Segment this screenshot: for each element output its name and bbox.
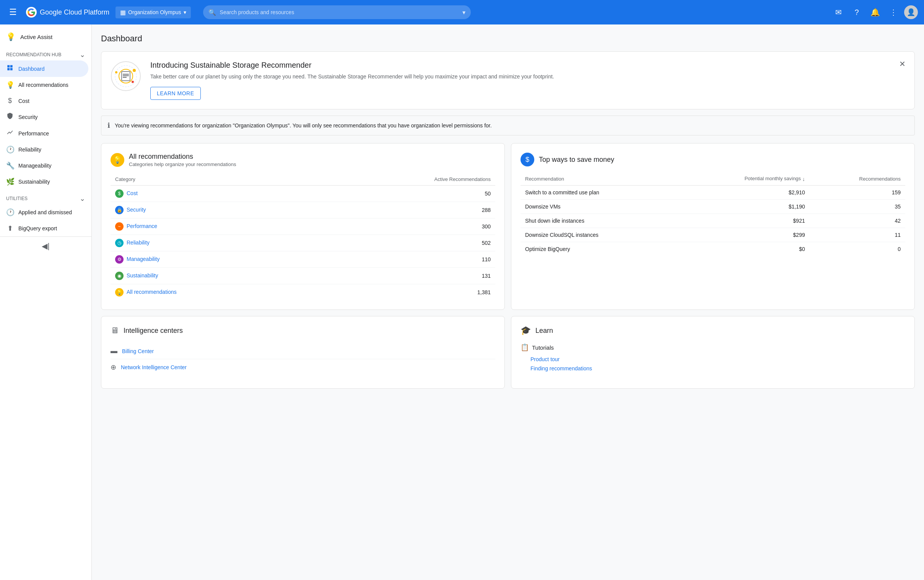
intel-item-label: Billing Center (122, 348, 154, 354)
sort-icon[interactable]: ↓ (802, 176, 805, 182)
svg-point-3 (115, 71, 117, 73)
sidebar-item-label: Dashboard (18, 66, 45, 72)
sidebar-item-performance[interactable]: Performance (0, 125, 88, 142)
savings-count: 159 (810, 185, 905, 199)
learn-more-button[interactable]: LEARN MORE (150, 87, 201, 100)
table-row[interactable]: Optimize BigQuery$00 (521, 242, 905, 256)
category-icon: 🔒 (115, 206, 123, 214)
savings-label: Downsize CloudSQL instances (521, 227, 678, 242)
search-container: 🔍 ▾ (203, 5, 471, 19)
sidebar-item-sustainability[interactable]: 🌿 Sustainability (0, 174, 88, 190)
search-input[interactable] (203, 5, 471, 19)
learn-section-title: 📋Tutorials (521, 343, 905, 352)
logo-icon (26, 7, 37, 18)
learn-title: 🎓 Learn (521, 326, 905, 336)
active-assist-icon: 💡 (6, 32, 16, 41)
hamburger-button[interactable]: ☰ (6, 4, 20, 20)
category-label: Manageability (127, 256, 159, 262)
sidebar-item-label: Manageability (18, 163, 51, 169)
category-label: Cost (127, 190, 138, 196)
banner-content: Introducing Sustainable Storage Recommen… (150, 61, 905, 100)
help-icon-button[interactable]: ? (849, 5, 864, 20)
category-label: Reliability (127, 239, 150, 246)
category-label: Security (127, 207, 146, 213)
more-options-button[interactable]: ⋮ (886, 5, 901, 20)
sidebar-item-cost[interactable]: $ Cost (0, 93, 88, 109)
savings-label: Optimize BigQuery (521, 242, 678, 256)
page-title: Dashboard (101, 34, 915, 44)
learn-section: 📋TutorialsProduct tourFinding recommenda… (521, 343, 905, 373)
category-icon: ◷ (115, 239, 123, 247)
recommendation-hub-chevron: ⌄ (79, 51, 85, 59)
sidebar-item-applied-dismissed[interactable]: 🕐 Applied and dismissed (0, 204, 88, 220)
intelligence-center-item[interactable]: ▬Billing Center (110, 343, 495, 359)
notifications-icon-button[interactable]: 🔔 (867, 5, 883, 20)
sidebar-item-label: Security (18, 114, 38, 120)
savings-label: Shut down idle instances (521, 214, 678, 227)
table-row[interactable]: Shut down idle instances$92142 (521, 214, 905, 227)
learn-sections: 📋TutorialsProduct tourFinding recommenda… (521, 343, 905, 373)
card-title: All recommendations (129, 153, 236, 161)
search-dropdown-icon[interactable]: ▾ (462, 9, 465, 16)
sidebar-item-security[interactable]: Security (0, 109, 88, 125)
category-label: Performance (127, 223, 157, 229)
sidebar-item-label: Applied and dismissed (18, 209, 72, 216)
sidebar-item-label: All recommendations (18, 82, 69, 88)
savings-label: Downsize VMs (521, 199, 678, 214)
learn-card: 🎓 Learn 📋TutorialsProduct tourFinding re… (511, 316, 915, 389)
col-active: Active Recommendations (310, 173, 495, 186)
sidebar-item-bigquery-export[interactable]: ⬆ BigQuery export (0, 220, 88, 236)
top-savings-card: $ Top ways to save money Recommendation … (511, 143, 915, 310)
utilities-section[interactable]: Utilities ⌄ (0, 190, 91, 204)
sidebar-active-assist: 💡 Active Assist (0, 25, 91, 46)
recommendations-table: Category Active Recommendations $Cost50🔒… (110, 173, 495, 300)
intelligence-center-item[interactable]: ⊕Network Intelligence Center (110, 359, 495, 375)
table-row[interactable]: 🔒Security288 (110, 202, 495, 218)
table-row[interactable]: ◷Reliability502 (110, 235, 495, 251)
savings-count: 35 (810, 199, 905, 214)
user-avatar[interactable]: 👤 (904, 5, 918, 19)
table-row[interactable]: 💡All recommendations1,381 (110, 284, 495, 301)
savings-table: Recommendation Potential monthly savings… (521, 173, 905, 256)
sidebar-item-reliability[interactable]: 🕐 Reliability (0, 142, 88, 158)
top-nav: ☰ Google Cloud Platform ▦ Organization O… (0, 0, 924, 25)
table-row[interactable]: ◉Sustainability131 (110, 268, 495, 284)
bottom-cards: 🖥 Intelligence centers ▬Billing Center⊕N… (101, 316, 915, 389)
table-row[interactable]: Downsize CloudSQL instances$29911 (521, 227, 905, 242)
sidebar-item-dashboard[interactable]: Dashboard (0, 61, 88, 77)
page-layout: 💡 Active Assist Recommendation Hub ⌄ Das… (0, 25, 924, 580)
org-selector[interactable]: ▦ Organization Olympus ▾ (115, 7, 191, 18)
main-content: Dashboard Introducing (92, 25, 924, 580)
table-row[interactable]: ~Performance300 (110, 218, 495, 235)
sidebar-collapse-button[interactable]: ◀| (0, 236, 91, 255)
category-icon: $ (115, 189, 123, 198)
dashboard-icon (6, 64, 14, 73)
banner-close-button[interactable]: ✕ (896, 58, 908, 70)
table-row[interactable]: ⚙Manageability110 (110, 251, 495, 268)
category-icon: ~ (115, 222, 123, 231)
org-dropdown-icon: ▾ (184, 9, 186, 15)
sidebar-item-manageability[interactable]: 🔧 Manageability (0, 158, 88, 174)
learn-icon: 🎓 (521, 326, 531, 336)
org-label: Organization Olympus (128, 9, 181, 15)
active-assist-label: Active Assist (20, 34, 53, 40)
sidebar-item-all-recommendations[interactable]: 💡 All recommendations (0, 77, 88, 93)
sidebar-item-label: Sustainability (18, 179, 50, 185)
table-row[interactable]: $Cost50 (110, 186, 495, 202)
savings-count: 0 (810, 242, 905, 256)
category-label: All recommendations (127, 289, 177, 295)
all-recommendations-icon: 💡 (6, 81, 14, 89)
col-savings: Potential monthly savings ↓ (678, 173, 810, 185)
table-row[interactable]: Downsize VMs$1,19035 (521, 199, 905, 214)
recommendation-hub-section[interactable]: Recommendation Hub ⌄ (0, 46, 91, 61)
intelligence-centers-title: 🖥 Intelligence centers (110, 326, 495, 336)
manageability-icon: 🔧 (6, 161, 14, 170)
learn-link[interactable]: Finding recommendations (521, 364, 905, 373)
savings-count: 11 (810, 227, 905, 242)
sidebar-item-label: Cost (18, 98, 30, 104)
card-icon: 💡 (110, 153, 124, 167)
col-count: Recommendations (810, 173, 905, 185)
table-row[interactable]: Switch to a committed use plan$2,910159 (521, 185, 905, 199)
learn-link[interactable]: Product tour (521, 355, 905, 364)
email-icon-button[interactable]: ✉ (831, 5, 846, 20)
